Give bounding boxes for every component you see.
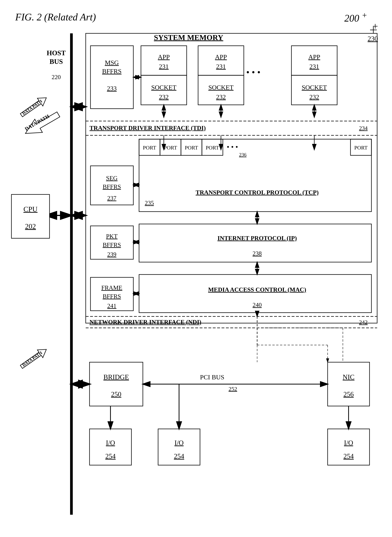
svg-text:231: 231 [309,63,319,70]
svg-text:231: 231 [159,63,169,70]
svg-rect-54 [350,139,371,155]
svg-rect-7 [86,33,377,323]
svg-marker-91 [22,108,62,140]
svg-rect-23 [198,75,244,105]
svg-text:PORT: PORT [354,145,368,151]
svg-text:DATA PATH: DATA PATH [21,99,43,116]
svg-text:HOST: HOST [47,49,66,57]
svg-text:235: 235 [145,200,154,206]
svg-text:DATA PATH: DATA PATH [21,350,43,367]
svg-text:239: 239 [107,251,116,258]
svg-rect-76 [90,277,133,311]
svg-text:238: 238 [252,250,262,257]
svg-text:CPU: CPU [23,205,37,213]
svg-text:I/O: I/O [106,439,115,447]
svg-text:FRAME: FRAME [101,284,122,291]
svg-text:BFFRS: BFFRS [103,241,121,248]
svg-text:NETWORK DRIVER INTERFACE (NDI): NETWORK DRIVER INTERFACE (NDI) [89,318,201,325]
svg-rect-14 [141,46,187,75]
svg-text:237: 237 [107,195,116,201]
svg-rect-106 [328,362,369,406]
svg-text:SOCKET: SOCKET [151,84,176,91]
svg-text:PORT: PORT [164,145,177,151]
svg-rect-58 [90,166,133,205]
svg-rect-67 [90,226,133,259]
svg-rect-119 [158,429,200,465]
svg-text:202: 202 [25,222,36,230]
svg-rect-97 [11,195,50,238]
svg-rect-44 [139,139,160,155]
svg-text:256: 256 [343,390,354,398]
svg-text:APP: APP [308,53,320,60]
svg-text:I/O: I/O [344,439,353,447]
svg-text:PORT: PORT [206,145,219,151]
svg-rect-43 [139,139,371,212]
svg-text:NIC: NIC [343,373,355,381]
svg-rect-64 [139,224,371,262]
svg-text:BFFRS: BFFRS [102,68,121,75]
svg-text:220: 220 [52,74,61,81]
svg-text:254: 254 [174,452,184,460]
svg-text:BFFRS: BFFRS [103,183,121,190]
svg-text:TRANSPORT DRIVER INTERFACE (TD: TRANSPORT DRIVER INTERFACE (TDI) [89,124,206,131]
svg-rect-122 [328,429,369,465]
svg-rect-46 [160,139,181,155]
svg-rect-48 [181,139,202,155]
svg-text:BUS: BUS [50,58,63,65]
svg-text:240: 240 [252,301,262,308]
svg-text:• • •: • • • [246,67,260,77]
svg-text:232: 232 [216,93,226,100]
svg-text:• • •: • • • [227,143,238,151]
svg-text:230: 230 [368,35,378,43]
svg-text:231: 231 [216,63,226,70]
fig-num-text: 200 [344,13,359,24]
svg-text:INTERNET PROTOCOL (IP): INTERNET PROTOCOL (IP) [218,235,297,242]
svg-text:MSG: MSG [105,59,119,66]
svg-marker-95 [19,345,49,371]
svg-rect-27 [291,46,337,75]
svg-rect-10 [90,46,133,109]
svg-text:PORT: PORT [185,145,198,151]
svg-text:242: 242 [359,319,368,325]
svg-text:APP: APP [158,53,170,60]
svg-rect-116 [89,429,131,465]
svg-text:254: 254 [343,452,354,460]
svg-text:PORT: PORT [143,145,156,151]
svg-text:232: 232 [309,93,319,100]
svg-text:PKT: PKT [106,233,118,240]
svg-rect-17 [141,75,187,105]
svg-text:SEG: SEG [106,175,117,181]
svg-text:SOCKET: SOCKET [208,84,233,91]
svg-text:236: 236 [239,152,247,157]
svg-rect-50 [202,139,223,155]
svg-text:TRANSPORT CONTROL PROTOCOL (TC: TRANSPORT CONTROL PROTOCOL (TCP) [196,189,319,196]
svg-text:233: 233 [107,85,117,92]
svg-text:254: 254 [105,452,116,460]
svg-marker-93 [19,94,49,119]
svg-text:BFFRS: BFFRS [103,293,121,300]
svg-rect-30 [291,75,337,105]
figure-number: 200 + [344,10,367,24]
svg-text:250: 250 [111,390,121,398]
svg-rect-73 [139,275,371,313]
svg-text:APP: APP [215,53,227,60]
svg-text:SOCKET: SOCKET [302,84,327,91]
svg-text:I/O: I/O [174,439,184,447]
svg-text:BRIDGE: BRIDGE [103,373,129,381]
figure-title: FIG. 2 (Related Art) [15,11,377,23]
svg-rect-103 [89,362,143,406]
svg-text:252: 252 [229,386,237,392]
svg-text:241: 241 [107,302,116,309]
svg-text:232: 232 [159,93,169,100]
svg-text:234: 234 [359,125,368,131]
svg-text:DATA PATH: DATA PATH [24,114,51,132]
svg-rect-20 [198,46,244,75]
svg-text:SYSTEM MEMORY: SYSTEM MEMORY [154,33,223,42]
svg-text:PCI BUS: PCI BUS [200,374,224,381]
svg-text:MEDIA ACCESS CONTROL (MAC): MEDIA ACCESS CONTROL (MAC) [208,286,306,293]
